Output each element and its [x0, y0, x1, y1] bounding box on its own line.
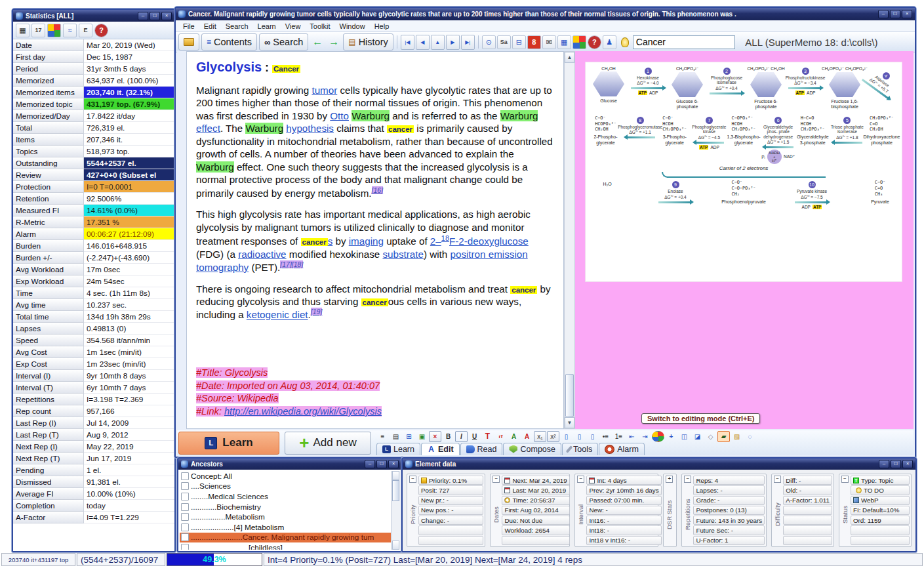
- checkbox[interactable]: [181, 544, 189, 550]
- last-element-icon[interactable]: ▶|: [461, 35, 475, 50]
- align-left-icon[interactable]: ▯: [560, 431, 572, 442]
- cardfile-icon[interactable]: ▦: [557, 35, 571, 49]
- link-icon[interactable]: ◇: [704, 431, 717, 442]
- previous-element-icon[interactable]: ◀: [416, 35, 430, 50]
- article-scrollbar[interactable]: ▲ ▼: [564, 51, 575, 429]
- google-icon[interactable]: 8: [527, 35, 541, 49]
- tree-item-biochemistry[interactable]: ............Biochemistry: [180, 502, 392, 512]
- scroll-down-icon[interactable]: ▼: [565, 417, 574, 428]
- underline-icon[interactable]: U: [468, 431, 481, 442]
- link[interactable]: effect: [196, 123, 220, 134]
- subscript-icon[interactable]: x₁: [534, 431, 546, 442]
- help-icon[interactable]: ?: [588, 35, 601, 49]
- minimize-icon[interactable]: [879, 460, 889, 468]
- spell-check-icon[interactable]: Sa: [497, 35, 511, 49]
- add-new-button[interactable]: + Add new: [285, 432, 371, 455]
- maximize-icon[interactable]: [891, 460, 901, 468]
- help-icon[interactable]: ?: [94, 24, 108, 37]
- close-icon[interactable]: [902, 460, 913, 468]
- tab-learn[interactable]: Learn: [376, 443, 420, 455]
- collapse-icon[interactable]: [841, 476, 849, 483]
- pie-chart-icon[interactable]: ◔: [47, 24, 61, 37]
- collapse-icon[interactable]: [684, 476, 691, 483]
- link[interactable]: 18: [441, 234, 449, 242]
- folder-icon[interactable]: ▨: [731, 431, 743, 442]
- checkbox[interactable]: [181, 493, 189, 500]
- magnifier-icon[interactable]: ⊙: [482, 35, 496, 49]
- font-icon[interactable]: T: [481, 431, 494, 442]
- copy-icon[interactable]: ⊞: [403, 431, 415, 442]
- element-list-icon[interactable]: E: [79, 24, 92, 37]
- calendar-icon[interactable]: 17: [31, 24, 45, 37]
- maximize-icon[interactable]: [376, 460, 387, 468]
- search-input[interactable]: [633, 35, 735, 49]
- scrollbar-thumb[interactable]: [392, 480, 399, 501]
- tab-compose[interactable]: Compose: [503, 443, 561, 455]
- reference-font-icon[interactable]: rf: [494, 431, 507, 442]
- menu-item[interactable]: Edit: [199, 22, 221, 30]
- link[interactable]: 2–: [430, 235, 441, 247]
- superscript-icon[interactable]: x²: [547, 431, 559, 442]
- bullet-list-icon[interactable]: •≡: [599, 431, 612, 442]
- close-icon[interactable]: [388, 460, 399, 468]
- menu-item[interactable]: Learn: [253, 22, 281, 30]
- tab-read[interactable]: Read: [460, 443, 503, 455]
- link[interactable]: substrate: [382, 249, 423, 260]
- parent-element-icon[interactable]: ▲: [431, 35, 445, 50]
- checkbox[interactable]: [181, 472, 189, 480]
- dictionary-icon[interactable]: ⊟: [512, 35, 526, 49]
- learn-button[interactable]: L Learn: [178, 432, 279, 455]
- minimize-icon[interactable]: [365, 460, 375, 468]
- menu-item[interactable]: View: [281, 22, 306, 30]
- options-icon[interactable]: ◌: [744, 431, 756, 442]
- scrollbar-thumb[interactable]: [565, 374, 574, 417]
- tile-window-icon[interactable]: ◫: [678, 431, 691, 442]
- collapse-icon[interactable]: [577, 476, 584, 483]
- delete-icon[interactable]: ×: [429, 431, 441, 442]
- minimize-icon[interactable]: [138, 12, 148, 20]
- color-sphere-icon[interactable]: ◉: [652, 431, 664, 442]
- tree-item-metabolism[interactable]: ................Metabolism: [180, 512, 392, 522]
- numbered-list-icon[interactable]: 1≡: [613, 431, 625, 442]
- maximize-icon[interactable]: [150, 12, 160, 20]
- italic-icon[interactable]: I: [455, 431, 468, 442]
- checkbox[interactable]: [181, 482, 189, 490]
- tree-item-medical-sciences[interactable]: ........Medical Sciences: [180, 491, 392, 502]
- link[interactable]: hypothesis: [286, 123, 334, 134]
- align-center-icon[interactable]: ▯: [573, 431, 586, 442]
- open-collection-button[interactable]: [178, 33, 199, 51]
- link[interactable]: tumor: [311, 85, 337, 96]
- font-shrink-icon[interactable]: A: [521, 431, 533, 442]
- tree-item-cancer[interactable]: ........................Cancer. Malignan…: [180, 533, 392, 543]
- tab-edit[interactable]: Edit: [421, 443, 460, 455]
- menu-item[interactable]: Toolkit: [305, 22, 334, 30]
- checkbox[interactable]: [181, 513, 189, 521]
- menu-item[interactable]: Window: [335, 22, 370, 30]
- link[interactable]: F-2-deoxyglucose: [449, 235, 529, 247]
- back-icon[interactable]: ←: [310, 36, 325, 48]
- close-icon[interactable]: [902, 10, 912, 18]
- collapse-icon[interactable]: [492, 476, 500, 483]
- trend-chart-icon[interactable]: ≈: [63, 24, 77, 37]
- report-icon[interactable]: ▦: [16, 24, 30, 37]
- first-element-icon[interactable]: |◀: [401, 35, 414, 50]
- tree-item-concept-all[interactable]: Concept: All: [180, 471, 392, 481]
- paste-icon[interactable]: ▣: [416, 431, 428, 442]
- contents-button[interactable]: ≡ Contents: [201, 33, 257, 51]
- collapse-icon[interactable]: [409, 476, 416, 483]
- checkbox[interactable]: [181, 503, 189, 511]
- expand-icon[interactable]: [666, 476, 673, 483]
- mosaic-icon[interactable]: ▩: [572, 35, 586, 49]
- move-icon[interactable]: +: [665, 431, 677, 442]
- tab-alarm[interactable]: Alarm: [599, 443, 645, 455]
- font-grow-icon[interactable]: A: [508, 431, 520, 442]
- link[interactable]: imaging: [349, 235, 384, 247]
- cascade-window-icon[interactable]: ◪: [691, 431, 704, 442]
- search-button[interactable]: ∞ Search: [259, 33, 308, 51]
- minimize-icon[interactable]: [878, 10, 889, 18]
- highlight-marker-icon[interactable]: ▰: [717, 431, 730, 442]
- menu-item[interactable]: File: [178, 22, 199, 30]
- bold-icon[interactable]: B: [442, 431, 454, 442]
- checkbox[interactable]: [181, 523, 189, 531]
- align-right-icon[interactable]: ▯: [586, 431, 599, 442]
